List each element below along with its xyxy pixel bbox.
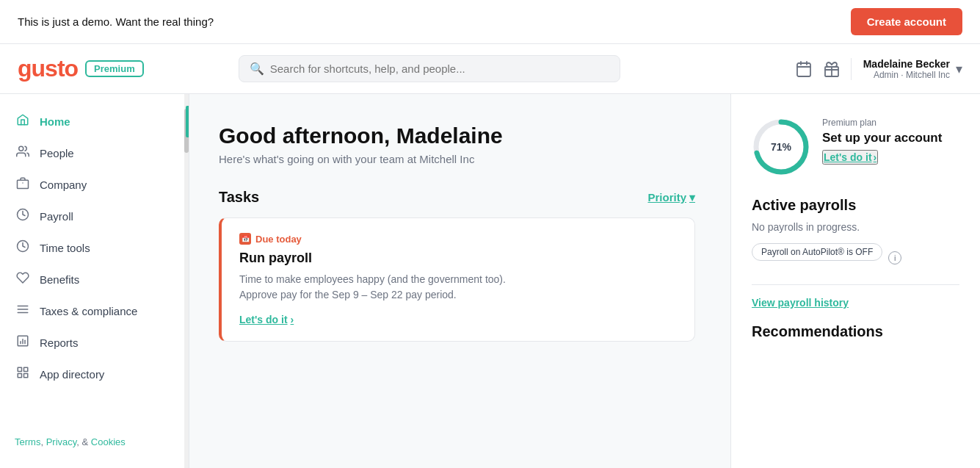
autopilot-row: Payroll on AutoPilot® is OFF i	[752, 243, 959, 273]
sidebar-item-company[interactable]: Company	[0, 169, 189, 201]
search-bar: 🔍	[239, 55, 620, 82]
home-icon	[15, 113, 31, 130]
sep1: ,	[40, 436, 46, 447]
user-name: Madelaine Becker	[863, 58, 950, 70]
premium-badge: Premium	[85, 60, 144, 77]
gift-icon	[823, 60, 841, 78]
task-link-label: Let's do it	[239, 314, 288, 325]
calendar-button[interactable]	[795, 60, 813, 78]
svg-point-5	[19, 146, 23, 151]
svg-rect-17	[24, 374, 28, 378]
lets-do-it-button[interactable]: Let's do it ›	[822, 150, 878, 165]
due-calendar-icon: 📅	[239, 233, 251, 245]
svg-rect-14	[18, 367, 21, 371]
task-title: Run payroll	[239, 251, 677, 266]
setup-text: Premium plan Set up your account Let's d…	[822, 118, 959, 165]
sep2: , &	[76, 436, 91, 447]
greeting: Good afternoon, Madelaine	[219, 123, 695, 148]
sidebar-item-people[interactable]: People	[0, 137, 189, 169]
sidebar-item-label-app-directory: App directory	[40, 368, 104, 381]
sidebar-item-payroll[interactable]: Payroll	[0, 201, 189, 232]
autopilot-badge: Payroll on AutoPilot® is OFF	[752, 243, 882, 261]
task-lets-do-it-button[interactable]: Let's do it ›	[239, 314, 294, 325]
lets-do-it-label: Let's do it	[824, 151, 872, 163]
svg-rect-16	[18, 374, 21, 378]
calendar-icon	[795, 60, 813, 78]
user-role: Admin · Mitchell Inc	[863, 70, 950, 80]
reports-icon	[15, 334, 31, 351]
svg-rect-0	[797, 63, 810, 76]
cookies-link[interactable]: Cookies	[91, 436, 126, 447]
progress-circle: 71%	[752, 118, 810, 176]
sidebar-item-label-home: Home	[40, 115, 70, 128]
due-today-label: 📅 Due today	[239, 233, 677, 245]
terms-link[interactable]: Terms	[15, 436, 40, 447]
header-icons: Madelaine Becker Admin · Mitchell Inc ▾	[795, 58, 962, 80]
task-card: 📅 Due today Run payroll Time to make emp…	[219, 217, 695, 342]
company-icon	[15, 176, 31, 193]
svg-rect-15	[24, 367, 28, 371]
sidebar-item-app-directory[interactable]: App directory	[0, 359, 189, 390]
benefits-icon	[15, 271, 31, 288]
demo-banner-text: This is just a demo. Want the real thing…	[18, 15, 214, 28]
sidebar-item-label-time-tools: Time tools	[40, 242, 90, 254]
sidebar-footer: Terms, Privacy, & Cookies	[0, 428, 189, 456]
task-link-arrow: ›	[291, 314, 294, 325]
sidebar-item-benefits[interactable]: Benefits	[0, 264, 189, 295]
app-body: Home People Company	[0, 94, 980, 468]
sidebar-item-reports[interactable]: Reports	[0, 327, 189, 359]
sidebar-item-label-payroll: Payroll	[40, 210, 73, 223]
sidebar: Home People Company	[0, 94, 189, 468]
premium-plan-label: Premium plan	[822, 118, 959, 128]
sidebar-item-time-tools[interactable]: Time tools	[0, 232, 189, 264]
search-wrap: 🔍	[239, 55, 620, 82]
user-info: Madelaine Becker Admin · Mitchell Inc ▾	[851, 58, 962, 80]
right-sidebar: 71% Premium plan Set up your account Let…	[730, 94, 980, 468]
content-left: Good afternoon, Madelaine Here's what's …	[189, 94, 730, 468]
sidebar-item-label-taxes: Taxes & compliance	[40, 305, 137, 317]
app-directory-icon	[15, 366, 31, 383]
autopilot-info-icon[interactable]: i	[888, 251, 901, 264]
tasks-header: Tasks Priority ▾	[219, 189, 695, 206]
sidebar-item-taxes[interactable]: Taxes & compliance	[0, 295, 189, 327]
priority-chevron-icon: ▾	[689, 191, 695, 204]
payroll-icon	[15, 208, 31, 225]
search-icon: 🔍	[250, 62, 264, 76]
sidebar-item-label-reports: Reports	[40, 336, 79, 349]
sidebar-item-label-company: Company	[40, 179, 87, 191]
sidebar-item-label-people: People	[40, 147, 74, 159]
user-menu-chevron[interactable]: ▾	[956, 61, 962, 77]
setup-title: Set up your account	[822, 131, 959, 145]
recommendations-title: Recommendations	[752, 323, 959, 340]
autopilot-label: Payroll on AutoPilot® is OFF	[761, 247, 873, 257]
svg-rect-6	[18, 180, 29, 188]
gift-button[interactable]	[823, 60, 841, 78]
lets-do-it-arrow: ›	[874, 151, 877, 163]
taxes-icon	[15, 303, 31, 320]
active-payrolls-title: Active payrolls	[752, 197, 959, 214]
time-tools-icon	[15, 240, 31, 256]
logo-area: gusto Premium	[18, 55, 144, 82]
user-details: Madelaine Becker Admin · Mitchell Inc	[863, 58, 950, 80]
people-icon	[15, 145, 31, 162]
sidebar-item-label-benefits: Benefits	[40, 273, 79, 286]
no-payrolls-text: No payrolls in progress.	[752, 221, 959, 233]
logo: gusto	[18, 55, 78, 82]
search-input[interactable]	[270, 62, 609, 75]
greeting-sub: Here's what's going on with your team at…	[219, 153, 695, 165]
setup-area: 71% Premium plan Set up your account Let…	[752, 118, 959, 176]
privacy-link[interactable]: Privacy	[46, 436, 77, 447]
svg-text:71%: 71%	[771, 141, 792, 153]
divider	[752, 284, 959, 285]
header: gusto Premium 🔍	[0, 44, 980, 94]
priority-button[interactable]: Priority ▾	[647, 191, 695, 204]
sidebar-item-home[interactable]: Home	[0, 106, 189, 137]
demo-banner: This is just a demo. Want the real thing…	[0, 0, 980, 44]
priority-label: Priority	[647, 191, 686, 204]
task-description: Time to make employees happy (and the go…	[239, 272, 677, 303]
tasks-title: Tasks	[219, 189, 259, 206]
create-account-button[interactable]: Create account	[851, 8, 962, 35]
main-content: Good afternoon, Madelaine Here's what's …	[189, 94, 980, 468]
view-payroll-history-button[interactable]: View payroll history	[752, 297, 849, 309]
